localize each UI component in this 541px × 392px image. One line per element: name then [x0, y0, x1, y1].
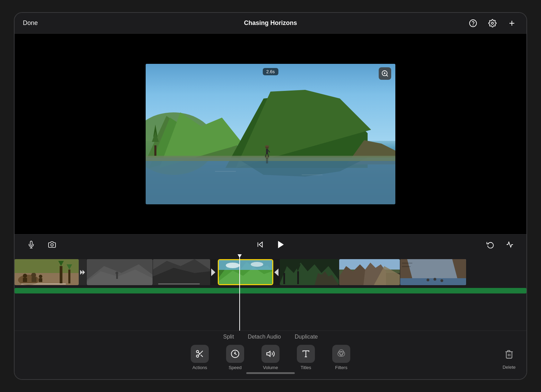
clouds-decoration: [146, 64, 395, 204]
svg-marker-51: [80, 270, 83, 275]
tools-row: Actions Speed: [15, 345, 526, 370]
svg-line-96: [201, 355, 203, 357]
svg-point-88: [427, 279, 429, 281]
device-frame: Done Chasing Horizons: [14, 12, 527, 380]
svg-rect-92: [402, 266, 411, 267]
svg-rect-87: [400, 278, 466, 285]
svg-marker-99: [267, 351, 270, 356]
tool-items: Actions Speed: [15, 345, 526, 370]
clip-3[interactable]: [153, 259, 210, 285]
top-bar: Done Chasing Horizons: [15, 13, 526, 34]
svg-rect-15: [266, 149, 268, 154]
svg-rect-25: [154, 145, 156, 156]
add-button[interactable]: [506, 17, 518, 29]
svg-marker-63: [211, 269, 215, 276]
volume-label: Volume: [263, 365, 278, 370]
undo-button[interactable]: [484, 238, 497, 251]
svg-point-94: [196, 355, 199, 357]
bottom-toolbar: Split Detach Audio Duplicate: [15, 331, 526, 379]
svg-rect-14: [146, 156, 395, 161]
actions-icon-wrap: [191, 345, 209, 363]
detach-audio-button[interactable]: Detach Audio: [248, 334, 281, 340]
titles-tool[interactable]: Titles: [297, 345, 315, 370]
audio-track: [15, 288, 526, 293]
camera-button[interactable]: [46, 238, 58, 251]
filters-icon: [337, 349, 346, 358]
clip-2[interactable]: [87, 259, 153, 285]
svg-rect-47: [60, 266, 62, 283]
svg-point-34: [51, 244, 53, 246]
svg-rect-62: [158, 283, 200, 284]
speed-tool[interactable]: Speed: [226, 345, 244, 370]
speed-label: Speed: [229, 365, 242, 370]
video-area: 2.6s: [15, 34, 526, 234]
split-button[interactable]: Split: [223, 334, 234, 340]
svg-rect-41: [23, 278, 27, 282]
speed-icon: [231, 349, 240, 358]
volume-tool[interactable]: Volume: [261, 345, 280, 370]
svg-point-22: [265, 155, 269, 159]
svg-rect-73: [283, 273, 285, 284]
clip-1-progress: [21, 283, 66, 284]
delete-label: Delete: [503, 365, 516, 370]
zoom-button[interactable]: [379, 67, 391, 80]
svg-marker-35: [259, 242, 262, 247]
clip-selected[interactable]: [218, 259, 273, 285]
done-button[interactable]: Done: [23, 19, 38, 27]
svg-point-69: [251, 262, 263, 267]
svg-line-97: [198, 352, 200, 354]
scissors-icon: [195, 349, 204, 358]
transition-2-left[interactable]: [210, 259, 216, 285]
controls-center: [254, 237, 289, 252]
volume-icon: [266, 349, 275, 358]
empty-timeline-space: [15, 296, 526, 323]
svg-point-40: [23, 274, 27, 278]
timestamp-badge: 2.6s: [263, 68, 278, 75]
svg-line-29: [386, 75, 388, 76]
actions-tool[interactable]: Actions: [191, 345, 209, 370]
svg-rect-75: [297, 271, 299, 284]
top-bar-center: Chasing Horizons: [244, 19, 297, 27]
svg-marker-70: [274, 269, 278, 276]
svg-point-93: [196, 350, 199, 353]
skip-back-button[interactable]: [254, 238, 266, 251]
project-title: Chasing Horizons: [244, 19, 297, 26]
delete-button[interactable]: Delete: [500, 345, 518, 370]
top-bar-left: Done: [23, 19, 38, 27]
controls-right: [484, 238, 516, 251]
svg-rect-49: [68, 270, 70, 283]
svg-point-89: [433, 278, 436, 281]
controls-left: [25, 238, 58, 251]
timeline-area[interactable]: [15, 254, 526, 331]
clip-4[interactable]: [280, 259, 339, 285]
svg-point-17: [265, 145, 269, 147]
filters-tool[interactable]: Filters: [332, 345, 350, 370]
context-actions: Split Detach Audio Duplicate: [223, 334, 318, 340]
transition-2-right[interactable]: [273, 259, 280, 285]
clip-1[interactable]: [15, 259, 79, 285]
transition-1[interactable]: [79, 259, 86, 285]
svg-point-42: [31, 273, 36, 278]
play-button[interactable]: [273, 237, 289, 252]
home-indicator: [246, 372, 295, 374]
delete-icon-wrap: [500, 345, 518, 363]
svg-rect-91: [402, 263, 412, 264]
help-button[interactable]: [467, 17, 479, 29]
titles-icon-wrap: [297, 345, 315, 363]
clip-5[interactable]: [339, 259, 400, 285]
duplicate-button[interactable]: Duplicate: [295, 334, 318, 340]
actions-label: Actions: [192, 365, 207, 370]
svg-rect-45: [39, 278, 42, 282]
svg-point-2: [491, 22, 493, 24]
svg-marker-52: [83, 270, 85, 275]
trash-icon: [504, 349, 514, 359]
svg-marker-37: [278, 241, 284, 248]
svg-point-1: [473, 25, 473, 25]
microphone-button[interactable]: [25, 238, 37, 251]
clip-6[interactable]: [400, 259, 466, 285]
volume-icon-wrap: [261, 345, 280, 363]
svg-point-0: [470, 20, 476, 27]
settings-button[interactable]: [486, 17, 499, 29]
audio-wave-button[interactable]: [504, 238, 516, 251]
speed-icon-wrap: [226, 345, 244, 363]
